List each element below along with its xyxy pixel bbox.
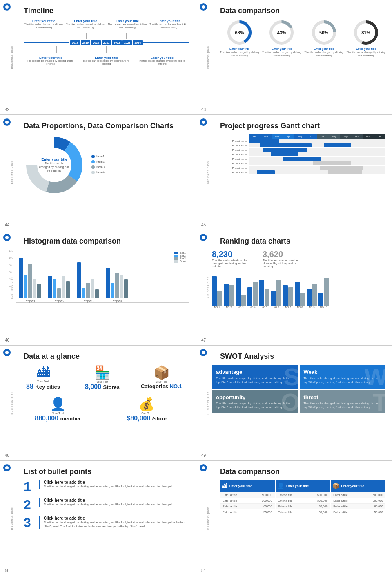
svg-point-22 [202, 466, 205, 469]
timeline-top-1: Enter your title The title can be change… [24, 19, 64, 29]
histogram-bars: Project1 Project2 [16, 250, 189, 303]
timeline-bot-1: Enter your title The title can be change… [24, 56, 78, 66]
slide-num-49: 49 [201, 453, 206, 458]
ranking-stats: 8,230 The title and content can be chang… [212, 250, 385, 268]
timeline-top-3: Enter your title The title can be change… [107, 19, 147, 29]
histo-group-4: Project4 [106, 268, 128, 302]
circle-1: 68% Enter your title The title can be ch… [220, 19, 259, 58]
circle-4: 81% Enter your title The title can be ch… [347, 19, 385, 58]
slide-num-44: 44 [5, 223, 9, 227]
swot-cell-o: O opportunity The title can be changed b… [212, 390, 298, 414]
slide-43: Business plan Data comparison 68% Enter … [196, 0, 392, 114]
timeline-top-items: Enter your title The title can be change… [24, 19, 189, 29]
gantt-header: Jan Feb Mar Apr May Jun Jul Aug Sep Oct … [249, 134, 385, 139]
ranking-stat1: 8,230 The title and content can be chang… [212, 250, 253, 268]
swot-cell-s: S advantage The title can be changed by … [212, 365, 298, 389]
dct-col-3: Enter a title500,000 Enter a title300,00… [331, 492, 385, 515]
slide-49: Business plan SWOT Analysis S advantage … [196, 346, 392, 460]
slide-48-title: Data at a glance [24, 352, 189, 361]
histogram-chart-wrap: Project1 Project2 [16, 250, 189, 303]
dct-container: 🏙 Enter your title 👤 Enter your title 📦 … [220, 480, 385, 515]
dct-col-2: Enter a title500,000 Enter a title300,00… [276, 492, 330, 515]
circles-container: 68% Enter your title The title can be ch… [220, 19, 385, 58]
slide-label-43: Business plan [205, 0, 210, 114]
slide-label-48: Business plan [9, 346, 14, 460]
gantt-container: Jan Feb Mar Apr May Jun Jul Aug Sep Oct … [220, 134, 385, 175]
glance-row2: 👤 Your Text 880,000 member 💰 Your Text $… [16, 396, 189, 422]
dct-header-col3: 📦 Enter your title [331, 480, 385, 492]
circle-3: 50% Enter your title The title can be ch… [305, 19, 343, 58]
gantt-row-5: Project Name [220, 157, 385, 161]
slide-num-46: 46 [5, 338, 9, 342]
slide-47: Business plan Ranking data charts 8,230 … [196, 230, 392, 345]
slide-num-42: 42 [5, 107, 9, 112]
slide-46-title: Histogram data comparison [24, 237, 189, 246]
slide-label-51: Business plan [205, 461, 210, 572]
donut-center-text: Enter your title The title can be change… [39, 157, 70, 172]
circle-2: 43% Enter your title The title can be ch… [262, 19, 301, 58]
slide-label-45: Business plan [205, 115, 210, 230]
gantt-row-4: Project Name [220, 152, 385, 156]
slide-num-48: 48 [5, 453, 9, 458]
gantt-row-2: Project Name [220, 143, 385, 147]
timeline-bot-3: Enter your title The title can be change… [135, 56, 189, 66]
bullet-item-2: 2 Click here to add title The title can … [24, 498, 189, 511]
top-connectors [24, 33, 189, 39]
svg-point-21 [5, 466, 9, 469]
svg-point-0 [5, 5, 9, 9]
slide-50-title: List of bullet points [24, 467, 189, 476]
slide-45-title: Project progress Gantt chart [220, 122, 385, 130]
slide-48: Business plan Data at a glance 🏙 Your Te… [0, 346, 196, 460]
slide-label-47: Business plan [205, 230, 210, 345]
svg-point-18 [202, 236, 205, 239]
glance-row1: 🏙 Your Text 88 Key cities 🏪 Your Text 8,… [16, 365, 189, 391]
dct-header: 🏙 Enter your title 👤 Enter your title 📦 … [220, 480, 385, 492]
bullet-item-3: 3 Click here to add title The title can … [24, 516, 189, 529]
dct-header-col1: 🏙 Enter your title [220, 480, 275, 492]
slide-label-49: Business plan [205, 346, 210, 460]
slide-num-51: 51 [201, 568, 206, 572]
timeline-container: Enter your title The title can be change… [24, 19, 189, 66]
legend-item4: Item4 [91, 170, 105, 174]
slide-num-50: 50 [5, 568, 9, 572]
legend-item3: Item3 [91, 165, 105, 169]
svg-point-10 [5, 121, 9, 124]
gantt-row-7: Project Name [220, 166, 385, 170]
swot-grid: S advantage The title can be changed by … [212, 365, 385, 413]
timeline-bot-2: Enter your title The title can be change… [79, 56, 133, 66]
histogram-legend: Bar1 Bar2 Bar3 Bar4 [174, 251, 186, 263]
swot-cell-w: W Weak The title can be changed by click… [300, 365, 386, 389]
year-bar: 2018 2019 2020 2021 2022 2023 2024 [24, 40, 189, 45]
slide-42-title: Timeline [24, 7, 189, 15]
slide-45: Business plan Project progress Gantt cha… [196, 115, 392, 230]
gantt-row-1: Project Name [220, 139, 385, 143]
svg-point-17 [5, 236, 9, 239]
timeline-bottom-items: Enter your title The title can be change… [24, 56, 189, 66]
swot-cell-t: T threat The title can be changed by cli… [300, 390, 386, 414]
svg-point-1 [202, 5, 205, 9]
slide-num-47: 47 [201, 338, 206, 342]
ranking-bars: NO.1 NO.2 NO.3 [212, 272, 385, 308]
bot-connectors [24, 46, 189, 53]
glance-item-5: 💰 Your Text $80,000 /store [105, 396, 189, 422]
slide-49-title: SWOT Analysis [220, 352, 385, 361]
ranking-stat2: 3,620 The title and content can be chang… [263, 250, 303, 268]
slide-43-title: Data comparison [220, 7, 385, 15]
donut-chart: Enter your title The title can be change… [24, 134, 85, 196]
bullet-container: 1 Click here to add title The title can … [24, 480, 189, 529]
gantt-rows: Project Name Project Name Project N [220, 139, 385, 174]
timeline-top-4: Enter your title The title can be change… [149, 19, 189, 29]
slide-label-50: Business plan [9, 461, 14, 572]
slide-44: Business plan Data Proportions, Data Com… [0, 115, 196, 230]
legend-item2: Item2 [91, 160, 105, 163]
glance-item-2: 🏪 Your Text 8,000 Stores [75, 365, 130, 391]
gantt-row-8: Project Name [220, 170, 385, 174]
slide-50: Business plan List of bullet points 1 Cl… [0, 461, 196, 572]
svg-point-19 [5, 351, 9, 354]
slide-num-45: 45 [201, 223, 206, 227]
gantt-row-3: Project Name [220, 148, 385, 152]
dct-rows: Enter a title500,000 Enter a title300,00… [220, 492, 385, 515]
glance-item-1: 🏙 Your Text 88 Key cities [16, 365, 71, 391]
dct-header-col2: 👤 Enter your title [276, 480, 330, 492]
histo-group-1: Project1 [19, 258, 41, 302]
